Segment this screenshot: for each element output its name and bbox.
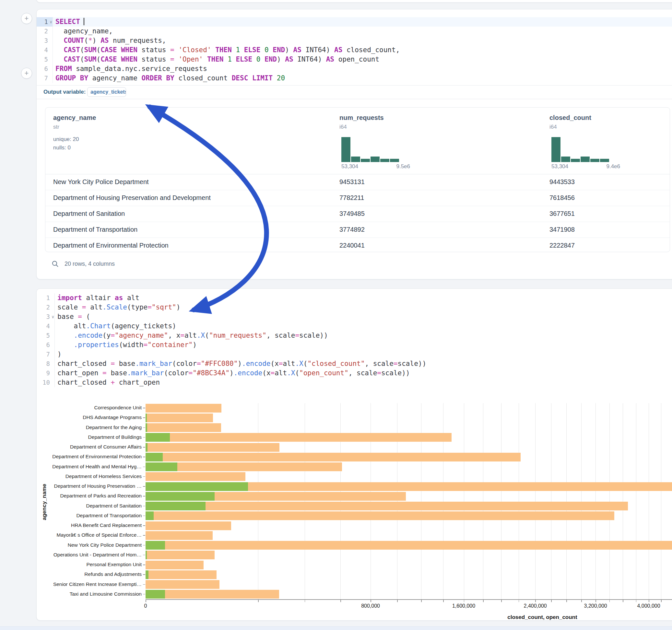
previous-cell-bottom [36,0,672,3]
code-text: CAST(SUM(CASE WHEN status = 'Closed' THE… [53,45,400,55]
x-tick [340,600,341,602]
histogram-bar [341,137,351,162]
gridline [483,403,483,599]
y-axis-label: Department of Environmental Protection [52,454,142,460]
table-row[interactable]: Department of Sanitation37494853677651 [45,206,670,222]
y-tick [143,574,145,575]
y-axis-label: Department of Housing Preservation … [54,483,142,489]
bar-open_count [146,571,148,579]
code-text: GROUP BY agency_name ORDER BY closed_cou… [53,74,285,83]
code-line[interactable]: 1∨SELECT [37,17,672,27]
code-line[interactable]: 7GROUP BY agency_name ORDER BY closed_co… [37,74,672,83]
column-type: i64 [549,124,557,130]
y-axis-label: Correspondence Unit [94,405,142,411]
bar-closed_count [146,522,231,530]
next-cell-top-edge [0,626,672,630]
x-tick [661,600,662,602]
table-row[interactable]: Department of Housing Preservation and D… [45,190,670,206]
gridline [519,403,519,599]
bar-closed_count [146,453,521,461]
histogram-range-labels: 53,3049.4e6 [551,163,620,170]
gridline [661,403,661,599]
y-tick [143,457,145,457]
bar-closed_count [146,433,452,442]
line-number: 7 [37,74,53,83]
column-header-num_requests[interactable]: num_requests [339,114,384,122]
code-line[interactable]: 6FROM sample_data.nyc.service_requests [37,64,672,74]
bar-open_count [146,541,165,550]
bar-open_count [146,413,147,422]
code-line[interactable]: 5 CAST(SUM(CASE WHEN status = 'Open' THE… [37,55,672,64]
add-cell-button-output[interactable]: + [21,68,32,79]
table-cell: 3471908 [549,222,575,238]
x-tick [397,600,398,602]
bar-closed_count [146,511,614,520]
bar-open_count [146,443,147,452]
y-axis-label: Department of Homeless Services [66,474,142,479]
column-type: i64 [339,124,347,130]
line-number: 3 [37,36,53,45]
y-tick [143,486,145,487]
output-variable-pill[interactable]: agency_tickets [87,87,126,97]
gridline [258,403,258,599]
x-tick-label: 2,400,000 [524,603,547,609]
bar-open_count [146,511,154,520]
table-row[interactable]: New York City Police Department945313194… [45,174,670,190]
y-tick [143,417,145,418]
fold-chevron-icon[interactable]: ∨ [48,17,52,27]
x-tick [464,600,464,602]
y-tick [143,428,145,428]
y-axis-label: Taxi and Limousine Commission [70,591,142,597]
bar-open_count [146,590,165,599]
gridline [566,403,567,599]
column-header-agency_name[interactable]: agency_name [53,114,96,122]
sql-code-editor[interactable]: 1∨SELECT2 agency_name,3 COUNT(*) AS num_… [37,17,672,83]
x-tick [305,600,305,602]
x-tick [649,600,649,602]
y-axis-label: Mayorâ€ s Office of Special Enforce… [57,532,142,538]
table-cell: 7618456 [549,190,575,206]
bar-open_count [146,462,177,471]
histogram-range-labels: 53,3049.5e6 [341,163,410,170]
x-tick-label: 1,600,000 [452,603,475,609]
y-axis-label: DHS Advantage Programs [83,414,142,420]
histogram-bar [571,159,580,162]
y-axis-label: New York City Police Department [68,542,142,548]
table-row[interactable]: Department of Transportation377489234719… [45,222,670,238]
code-text: agency_name, [53,27,113,36]
x-axis-title: closed_count, open_count [413,614,672,621]
column-header-closed_count[interactable]: closed_count [549,114,591,122]
x-tick [535,600,536,602]
x-tick [483,600,484,602]
x-tick-label: 3,200,000 [584,603,607,609]
bar-closed_count [146,413,213,422]
gridline [501,403,502,599]
gridline [649,403,649,599]
bar-closed_count [146,551,215,559]
add-cell-button-top[interactable]: + [21,13,32,24]
code-text: SELECT [53,17,84,27]
y-axis-label: HRA Benefit Card Replacement [71,523,142,528]
table-cell: Department of Sanitation [53,206,125,222]
code-line[interactable]: 4 CAST(SUM(CASE WHEN status = 'Closed' T… [37,45,672,55]
histogram-bar [380,159,389,162]
code-line[interactable]: 3 COUNT(*) AS num_requests, [37,36,672,45]
y-tick [143,535,145,536]
y-tick [143,516,145,516]
y-tick [143,437,145,438]
table-cell: Department of Environmental Protection [53,238,169,252]
y-axis-label: Department of Health and Mental Hyg… [52,464,142,469]
gridline [443,403,443,599]
search-icon[interactable] [51,260,59,267]
column-stat: unique: 20 [53,136,79,143]
y-tick [143,555,145,555]
gridline [535,403,535,599]
bar-closed_count [146,571,217,579]
histogram-bar [590,159,599,162]
histogram-bar [561,156,570,162]
code-line[interactable]: 2 agency_name, [37,27,672,36]
y-axis-label: Operations Unit - Department of Hom… [53,552,142,558]
bar-closed_count [146,590,279,599]
bar-closed_count [146,423,221,432]
table-row[interactable]: Department of Environmental Protection22… [45,238,670,251]
